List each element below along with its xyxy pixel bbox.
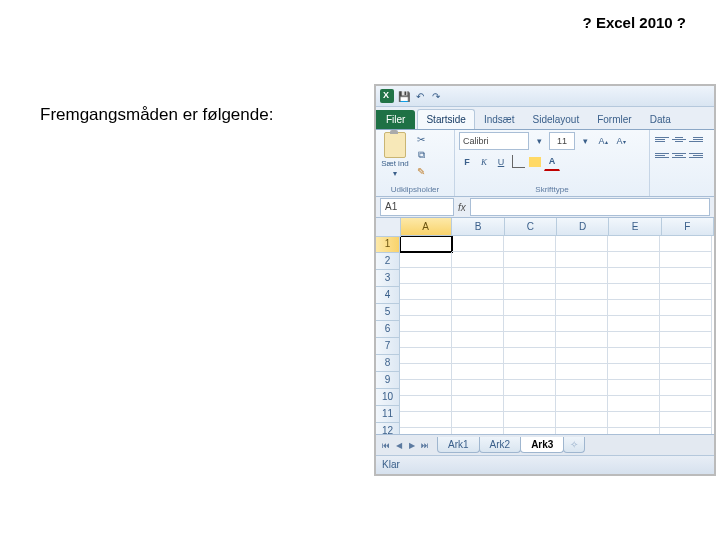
cell-B3[interactable] xyxy=(452,268,504,284)
cell-C3[interactable] xyxy=(504,268,556,284)
col-header-d[interactable]: D xyxy=(557,218,609,236)
tab-data[interactable]: Data xyxy=(641,109,680,129)
cell-A12[interactable] xyxy=(400,412,452,428)
tab-formler[interactable]: Formler xyxy=(588,109,640,129)
sheet-tab-ark3[interactable]: Ark3 xyxy=(520,437,564,453)
align-left-icon[interactable] xyxy=(654,148,670,162)
cell-F13[interactable] xyxy=(660,428,712,434)
cell-E2[interactable] xyxy=(608,252,660,268)
align-middle-icon[interactable] xyxy=(671,132,687,146)
col-header-c[interactable]: C xyxy=(505,218,557,236)
row-header-7[interactable]: 7 xyxy=(376,338,400,355)
align-right-icon[interactable] xyxy=(688,148,704,162)
cell-C6[interactable] xyxy=(504,316,556,332)
grow-font-icon[interactable]: A▴ xyxy=(595,132,611,150)
sheet-tab-ark1[interactable]: Ark1 xyxy=(437,437,480,453)
col-header-b[interactable]: B xyxy=(452,218,504,236)
cell-D13[interactable] xyxy=(556,428,608,434)
cell-A4[interactable] xyxy=(400,284,452,300)
cell-C2[interactable] xyxy=(504,252,556,268)
font-name-select[interactable]: Calibri xyxy=(459,132,529,150)
cell-D12[interactable] xyxy=(556,412,608,428)
cell-D5[interactable] xyxy=(556,300,608,316)
cell-E11[interactable] xyxy=(608,396,660,412)
cell-E8[interactable] xyxy=(608,348,660,364)
cell-C11[interactable] xyxy=(504,396,556,412)
cell-A1[interactable] xyxy=(400,236,452,252)
row-header-6[interactable]: 6 xyxy=(376,321,400,338)
font-color-button[interactable]: A xyxy=(544,152,560,171)
cell-D10[interactable] xyxy=(556,380,608,396)
font-size-select[interactable]: 11 xyxy=(549,132,575,150)
cell-E9[interactable] xyxy=(608,364,660,380)
cell-F7[interactable] xyxy=(660,332,712,348)
cell-B2[interactable] xyxy=(452,252,504,268)
cell-C10[interactable] xyxy=(504,380,556,396)
cell-F8[interactable] xyxy=(660,348,712,364)
cell-B13[interactable] xyxy=(452,428,504,434)
cell-E4[interactable] xyxy=(608,284,660,300)
fill-color-button[interactable] xyxy=(527,153,543,171)
italic-button[interactable]: K xyxy=(476,153,492,171)
cell-B11[interactable] xyxy=(452,396,504,412)
cell-B12[interactable] xyxy=(452,412,504,428)
cell-E10[interactable] xyxy=(608,380,660,396)
cell-A8[interactable] xyxy=(400,348,452,364)
cell-F6[interactable] xyxy=(660,316,712,332)
cell-C7[interactable] xyxy=(504,332,556,348)
underline-button[interactable]: U xyxy=(493,153,509,171)
cell-F1[interactable] xyxy=(660,236,712,252)
col-header-f[interactable]: F xyxy=(662,218,714,236)
cell-F4[interactable] xyxy=(660,284,712,300)
bold-button[interactable]: F xyxy=(459,153,475,171)
cell-D7[interactable] xyxy=(556,332,608,348)
sheet-nav-prev-icon[interactable]: ◀ xyxy=(393,439,405,451)
cell-F5[interactable] xyxy=(660,300,712,316)
cell-D6[interactable] xyxy=(556,316,608,332)
tab-file[interactable]: Filer xyxy=(376,110,415,129)
cells-area[interactable] xyxy=(400,236,714,434)
tab-sidelayout[interactable]: Sidelayout xyxy=(524,109,589,129)
cell-C9[interactable] xyxy=(504,364,556,380)
cell-A3[interactable] xyxy=(400,268,452,284)
cell-B10[interactable] xyxy=(452,380,504,396)
sheet-nav-next-icon[interactable]: ▶ xyxy=(406,439,418,451)
copy-icon[interactable] xyxy=(414,148,428,162)
cell-A6[interactable] xyxy=(400,316,452,332)
qat-undo-icon[interactable]: ↶ xyxy=(414,90,426,102)
cell-A13[interactable] xyxy=(400,428,452,434)
sheet-tab-new-icon[interactable]: ✧ xyxy=(563,437,585,453)
cell-B1[interactable] xyxy=(452,236,504,252)
cell-D4[interactable] xyxy=(556,284,608,300)
qat-redo-icon[interactable]: ↷ xyxy=(430,90,442,102)
align-bottom-icon[interactable] xyxy=(688,132,704,146)
cell-A9[interactable] xyxy=(400,364,452,380)
cut-icon[interactable] xyxy=(414,132,428,146)
align-top-icon[interactable] xyxy=(654,132,670,146)
cell-B6[interactable] xyxy=(452,316,504,332)
qat-save-icon[interactable]: 💾 xyxy=(398,90,410,102)
sheet-nav-first-icon[interactable]: ⏮ xyxy=(380,439,392,451)
cell-E1[interactable] xyxy=(608,236,660,252)
cell-E13[interactable] xyxy=(608,428,660,434)
cell-E5[interactable] xyxy=(608,300,660,316)
sheet-nav-last-icon[interactable]: ⏭ xyxy=(419,439,431,451)
col-header-e[interactable]: E xyxy=(609,218,661,236)
tab-startside[interactable]: Startside xyxy=(417,109,474,129)
tab-indsaet[interactable]: Indsæt xyxy=(475,109,524,129)
cell-D1[interactable] xyxy=(556,236,608,252)
align-center-icon[interactable] xyxy=(671,148,687,162)
cell-D11[interactable] xyxy=(556,396,608,412)
cell-C13[interactable] xyxy=(504,428,556,434)
cell-B4[interactable] xyxy=(452,284,504,300)
row-header-3[interactable]: 3 xyxy=(376,270,400,287)
paste-button[interactable]: Sæt ind ▾ xyxy=(380,132,410,178)
row-header-2[interactable]: 2 xyxy=(376,253,400,270)
font-name-dropdown-icon[interactable]: ▾ xyxy=(531,132,547,150)
shrink-font-icon[interactable]: A▾ xyxy=(613,132,629,150)
row-header-10[interactable]: 10 xyxy=(376,389,400,406)
cell-E7[interactable] xyxy=(608,332,660,348)
row-header-5[interactable]: 5 xyxy=(376,304,400,321)
cell-F11[interactable] xyxy=(660,396,712,412)
sheet-tab-ark2[interactable]: Ark2 xyxy=(479,437,522,453)
